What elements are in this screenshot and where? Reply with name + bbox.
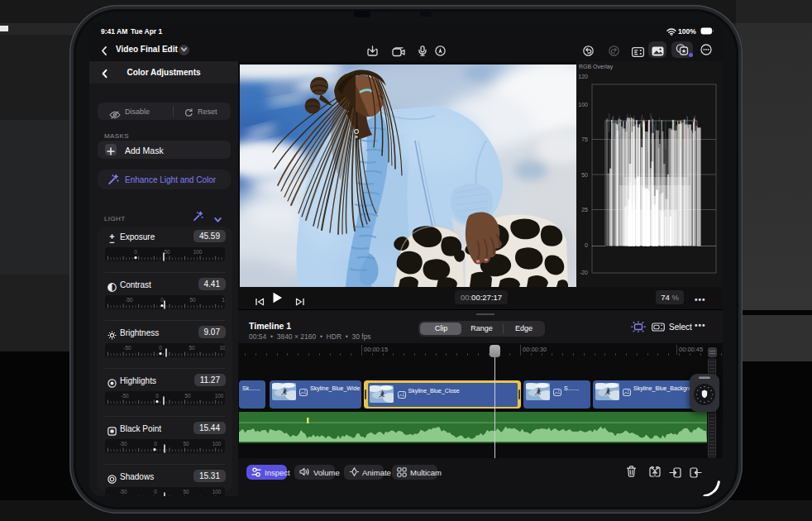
- svg-text:50: 50: [184, 393, 191, 399]
- svg-text:100: 100: [578, 102, 588, 108]
- svg-text:-50: -50: [119, 489, 127, 495]
- svg-text:50: 50: [183, 441, 189, 447]
- svg-text:0: 0: [585, 242, 588, 248]
- svg-text:0: 0: [155, 393, 159, 399]
- svg-text:50: 50: [189, 297, 196, 303]
- svg-text:0: 0: [154, 441, 157, 447]
- svg-text:100: 100: [215, 393, 224, 399]
- svg-text:-50: -50: [123, 345, 131, 351]
- svg-text:50: 50: [164, 249, 170, 255]
- svg-text:0: 0: [160, 297, 164, 303]
- svg-text:0: 0: [159, 345, 162, 351]
- svg-text:-50: -50: [119, 441, 127, 447]
- svg-text:50: 50: [581, 172, 588, 178]
- svg-text:0: 0: [134, 249, 137, 255]
- svg-text:75: 75: [581, 136, 588, 142]
- svg-text:120: 120: [578, 74, 588, 79]
- svg-text:0: 0: [154, 489, 157, 495]
- svg-text:100: 100: [213, 441, 222, 447]
- svg-text:100: 100: [193, 249, 203, 255]
- svg-text:RGB Overlay: RGB Overlay: [579, 64, 614, 70]
- svg-text:100: 100: [213, 489, 222, 495]
- svg-text:-50: -50: [125, 297, 133, 303]
- svg-text:25: 25: [581, 207, 588, 213]
- svg-text:1: 1: [222, 297, 225, 303]
- svg-text:50: 50: [189, 345, 195, 351]
- svg-text:10: 10: [219, 345, 225, 351]
- svg-text:-50: -50: [121, 393, 129, 399]
- svg-text:-20: -20: [580, 270, 588, 275]
- svg-text:50: 50: [183, 489, 189, 495]
